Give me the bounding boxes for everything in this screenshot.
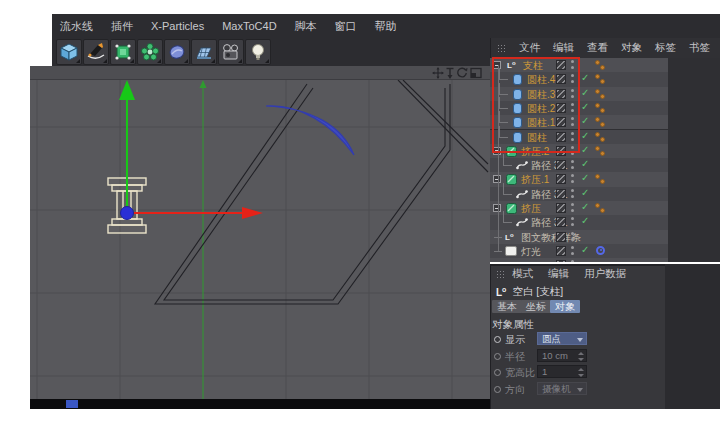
enabled-check-icon[interactable]: ✓ bbox=[581, 187, 589, 198]
enabled-check-icon[interactable]: ✓ bbox=[581, 215, 589, 226]
cloner-button[interactable] bbox=[137, 39, 163, 65]
radius-input[interactable]: 10 cm bbox=[537, 349, 587, 362]
phong-tag-icon[interactable] bbox=[595, 117, 600, 122]
phong-tag-icon[interactable] bbox=[600, 151, 605, 156]
am-menu-edit[interactable]: 编辑 bbox=[548, 267, 569, 281]
x-axis-arrowhead[interactable] bbox=[242, 207, 263, 219]
phong-tag-icon[interactable] bbox=[600, 65, 605, 70]
am-menu-userdata[interactable]: 用户数据 bbox=[584, 267, 626, 281]
menu-item-pipeline[interactable]: 流水线 bbox=[60, 19, 93, 34]
visibility-dots[interactable] bbox=[571, 160, 575, 170]
phong-tag-icon[interactable] bbox=[595, 74, 600, 79]
layer-swatch[interactable] bbox=[556, 246, 566, 256]
pan-view-icon[interactable] bbox=[432, 67, 444, 79]
layer-swatch[interactable] bbox=[556, 203, 566, 213]
object-row-extrude[interactable]: 挤压 ✓ bbox=[490, 201, 668, 215]
menu-item-plugins[interactable]: 插件 bbox=[111, 19, 133, 34]
phong-tag-icon[interactable] bbox=[600, 122, 605, 127]
panel-grip-icon[interactable] bbox=[497, 44, 506, 53]
layer-swatch[interactable] bbox=[556, 189, 566, 199]
visibility-dots[interactable] bbox=[571, 203, 575, 213]
layer-swatch[interactable] bbox=[556, 232, 566, 242]
menu-item-script[interactable]: 脚本 bbox=[295, 19, 317, 34]
object-row-spline[interactable]: 路径 3.1 ✓ bbox=[490, 187, 668, 201]
expand-collapse-icon[interactable] bbox=[493, 204, 501, 212]
enabled-check-icon[interactable]: ✓ bbox=[581, 172, 589, 183]
om-menu-bookmark[interactable]: 书签 bbox=[689, 41, 710, 55]
deformer-button[interactable] bbox=[164, 39, 190, 65]
keyframe-circle-icon[interactable] bbox=[494, 353, 501, 360]
stepper-arrows-icon[interactable] bbox=[578, 368, 584, 377]
enabled-check-icon[interactable]: ✓ bbox=[581, 115, 589, 126]
visibility-dots[interactable] bbox=[571, 246, 575, 256]
enabled-check-icon[interactable]: ✓ bbox=[581, 201, 589, 212]
om-menu-tag[interactable]: 标签 bbox=[655, 41, 676, 55]
enabled-check-icon[interactable]: ✓ bbox=[581, 244, 589, 255]
target-tag-icon[interactable] bbox=[596, 246, 605, 255]
panel-grip-icon[interactable] bbox=[496, 270, 505, 279]
phong-tag-icon[interactable] bbox=[595, 89, 600, 94]
object-row-spline[interactable]: 路径 3.1 ✓ bbox=[490, 215, 668, 229]
object-row-null[interactable]: Lo 图文教程样条 bbox=[490, 230, 668, 244]
viewport-canvas[interactable] bbox=[30, 80, 490, 409]
dolly-view-icon[interactable] bbox=[444, 67, 456, 79]
enabled-check-icon[interactable]: ✓ bbox=[581, 130, 589, 141]
menu-item-xparticles[interactable]: X-Particles bbox=[151, 20, 204, 32]
menu-item-help[interactable]: 帮助 bbox=[375, 19, 397, 34]
layer-swatch[interactable] bbox=[556, 217, 566, 227]
subdivision-surface-button[interactable] bbox=[110, 39, 136, 65]
layer-swatch[interactable] bbox=[556, 174, 566, 184]
am-menu-mode[interactable]: 模式 bbox=[512, 267, 533, 281]
object-row-light[interactable]: 灯光 ✓ bbox=[490, 244, 668, 258]
phong-tag-icon[interactable] bbox=[595, 60, 600, 65]
layer-swatch[interactable] bbox=[556, 160, 566, 170]
tab-coordinate[interactable]: 坐标 bbox=[521, 300, 551, 313]
enabled-check-icon[interactable]: ✓ bbox=[581, 72, 589, 83]
floor-button[interactable] bbox=[191, 39, 217, 65]
phong-tag-icon[interactable] bbox=[600, 208, 605, 213]
om-menu-edit[interactable]: 编辑 bbox=[553, 41, 574, 55]
orientation-dropdown[interactable]: 摄像机 bbox=[537, 382, 587, 395]
om-menu-object[interactable]: 对象 bbox=[621, 41, 642, 55]
visibility-dots[interactable] bbox=[571, 217, 575, 227]
phong-tag-icon[interactable] bbox=[600, 137, 605, 142]
object-row-partial[interactable] bbox=[490, 258, 668, 262]
camera-button[interactable] bbox=[218, 39, 244, 65]
z-axis-handle[interactable] bbox=[121, 207, 134, 220]
om-menu-view[interactable]: 查看 bbox=[587, 41, 608, 55]
visibility-dots[interactable] bbox=[571, 232, 575, 242]
visibility-dots[interactable] bbox=[571, 174, 575, 184]
stepper-arrows-icon[interactable] bbox=[578, 352, 584, 361]
phong-tag-icon[interactable] bbox=[595, 203, 600, 208]
keyframe-circle-icon[interactable] bbox=[494, 336, 501, 343]
phong-tag-icon[interactable] bbox=[595, 174, 600, 179]
visibility-dots[interactable] bbox=[571, 189, 575, 199]
om-menu-file[interactable]: 文件 bbox=[519, 41, 540, 55]
phong-tag-icon[interactable] bbox=[595, 146, 600, 151]
menu-item-window[interactable]: 窗口 bbox=[335, 19, 357, 34]
phong-tag-icon[interactable] bbox=[600, 179, 605, 184]
object-row-extrude[interactable]: 挤压.1 ✓ bbox=[490, 172, 668, 186]
aspect-ratio-input[interactable]: 1 bbox=[537, 365, 587, 378]
phong-tag-icon[interactable] bbox=[595, 103, 600, 108]
tab-basic[interactable]: 基本 bbox=[492, 300, 522, 313]
y-axis-arrowhead[interactable] bbox=[119, 80, 135, 100]
enabled-check-icon[interactable]: ✓ bbox=[581, 144, 589, 155]
toggle-view-icon[interactable] bbox=[470, 67, 482, 79]
tab-object[interactable]: 对象 bbox=[550, 300, 580, 313]
object-row-spline[interactable]: 路径 3.1 ✓ bbox=[490, 158, 668, 172]
spline-pen-button[interactable] bbox=[83, 39, 109, 65]
enabled-check-icon[interactable]: ✓ bbox=[581, 87, 589, 98]
display-dropdown[interactable]: 圆点 bbox=[537, 332, 587, 345]
menu-item-maxtoc4d[interactable]: MaxToC4D bbox=[222, 20, 276, 32]
phong-tag-icon[interactable] bbox=[600, 94, 605, 99]
expand-collapse-icon[interactable] bbox=[493, 175, 501, 183]
phong-tag-icon[interactable] bbox=[600, 79, 605, 84]
enabled-check-icon[interactable]: ✓ bbox=[581, 101, 589, 112]
phong-tag-icon[interactable] bbox=[595, 132, 600, 137]
cube-primitive-button[interactable] bbox=[56, 39, 82, 65]
phong-tag-icon[interactable] bbox=[600, 108, 605, 113]
keyframe-circle-icon[interactable] bbox=[494, 369, 501, 376]
rotate-view-icon[interactable] bbox=[456, 67, 468, 79]
enabled-check-icon[interactable]: ✓ bbox=[581, 158, 589, 169]
